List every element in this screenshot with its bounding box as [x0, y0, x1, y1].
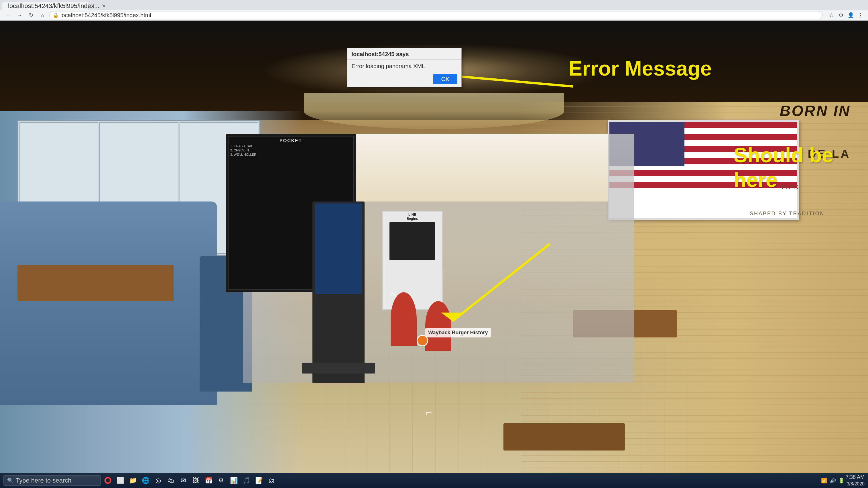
modal-dialog: localhost:54245 says Error loading panor…	[347, 48, 462, 87]
new-tab-button[interactable]: +	[89, 2, 98, 10]
extensions-icon[interactable]: ⚙	[837, 11, 845, 19]
lock-icon: 🔒	[53, 12, 59, 18]
home-button[interactable]: ⌂	[38, 10, 47, 20]
taskbar-search-placeholder: Type here to search	[16, 477, 71, 484]
address-bar-row: ← → ↻ ⌂ 🔒 localhost:54245/kfk5l995/index…	[0, 10, 868, 21]
active-tab[interactable]: localhost:54243/kfk5l995/index... ✕	[2, 2, 88, 10]
cortana-icon[interactable]: ⭕	[102, 475, 114, 486]
settings-icon[interactable]: ⚙	[215, 475, 227, 486]
edge-symbol: 🌐	[142, 477, 150, 484]
volume-icon: 🔊	[830, 478, 836, 484]
taskbar-search-box[interactable]: 🔍 Type here to search	[3, 476, 101, 486]
mail-symbol: ✉	[181, 477, 186, 484]
system-tray: 📶 🔊 🔋	[821, 478, 844, 484]
app-icon-3[interactable]: 📝	[253, 475, 265, 486]
clock-time: 7:38 AM	[846, 474, 865, 481]
profile-icon[interactable]: 👤	[847, 11, 855, 19]
tab-close-button[interactable]: ✕	[102, 3, 106, 9]
taskbar-search-icon: 🔍	[7, 478, 13, 484]
photos-icon[interactable]: 🖼	[190, 475, 202, 486]
file-explorer-icon[interactable]: 📁	[127, 475, 138, 486]
chrome-icon[interactable]: ◎	[152, 475, 164, 486]
app-icon-4[interactable]: 🗂	[266, 475, 277, 486]
app-symbol-1: 📊	[230, 477, 238, 484]
modal-footer: OK	[347, 72, 461, 87]
app-icon-1[interactable]: 📊	[228, 475, 240, 486]
network-icon: 📶	[821, 478, 827, 484]
browser-viewport: BORN IN DE LA ESTD SHAPED BY TRADITION P…	[0, 21, 868, 473]
app-symbol-3: 📝	[255, 477, 263, 484]
edge-icon[interactable]: 🌐	[140, 475, 151, 486]
refresh-button[interactable]: ↻	[26, 10, 35, 20]
settings-symbol: ⚙	[218, 477, 224, 484]
modal-overlay: localhost:54245 says Error loading panor…	[0, 21, 868, 473]
url-text: localhost:54245/kfk5l995/index.html	[60, 12, 819, 19]
tab-title: localhost:54243/kfk5l995/index...	[8, 2, 99, 10]
modal-body: Error loading panorama XML	[347, 60, 461, 72]
calendar-icon[interactable]: 📅	[203, 475, 214, 486]
mail-icon[interactable]: ✉	[178, 475, 189, 486]
photos-symbol: 🖼	[193, 477, 199, 484]
battery-icon: 🔋	[838, 478, 844, 484]
home-icon: ⌂	[41, 12, 44, 18]
modal-header: localhost:54245 says	[347, 48, 461, 60]
chrome-symbol: ◎	[155, 477, 161, 484]
app-symbol-2: 🎵	[243, 477, 250, 484]
tab-bar: localhost:54243/kfk5l995/index... ✕ +	[0, 0, 868, 10]
modal-ok-button[interactable]: OK	[433, 74, 457, 84]
cortana-circle-icon: ⭕	[104, 477, 112, 484]
back-icon: ←	[5, 12, 10, 18]
refresh-icon: ↻	[29, 12, 33, 18]
browser-chrome: localhost:54243/kfk5l995/index... ✕ + ← …	[0, 0, 868, 21]
calendar-symbol: 📅	[205, 477, 213, 484]
forward-button[interactable]: →	[15, 10, 24, 20]
back-button[interactable]: ←	[3, 10, 12, 20]
taskbar-clock[interactable]: 7:38 AM 3/8/2020	[846, 474, 865, 487]
app-symbol-4: 🗂	[268, 477, 275, 484]
taskbar: 🔍 Type here to search ⭕ ⬜ 📁 🌐 ◎ 🛍 ✉ 🖼 📅 …	[0, 473, 868, 488]
task-view-icon[interactable]: ⬜	[115, 475, 126, 486]
store-symbol: 🛍	[167, 477, 174, 484]
browser-actions: ☆ ⚙ 👤 ⋮	[827, 11, 865, 19]
task-view-symbol: ⬜	[117, 477, 124, 484]
app-icon-2[interactable]: 🎵	[241, 475, 252, 486]
clock-date: 3/8/2020	[846, 481, 865, 487]
file-explorer-symbol: 📁	[129, 477, 137, 484]
address-bar[interactable]: 🔒 localhost:54245/kfk5l995/index.html	[49, 11, 823, 19]
forward-icon: →	[17, 12, 22, 18]
store-icon[interactable]: 🛍	[165, 475, 177, 486]
bookmark-icon[interactable]: ☆	[827, 11, 835, 19]
menu-icon[interactable]: ⋮	[857, 11, 865, 19]
